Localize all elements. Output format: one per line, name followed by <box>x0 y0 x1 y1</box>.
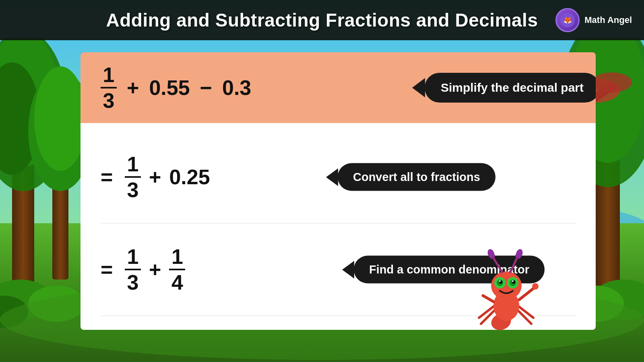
decimal-055: 0.55 <box>149 76 190 100</box>
top-equation: 1 3 + 0.55 − 0.3 <box>101 64 251 111</box>
svg-line-45 <box>510 257 517 272</box>
svg-point-42 <box>512 280 514 282</box>
plus-op-r2: + <box>149 257 161 282</box>
callout-1-container: Simplify the decimal part <box>412 73 596 103</box>
plus-op-1: + <box>127 76 139 100</box>
equation-row-3: = 4 12 + 3 12 = 7 <box>101 327 255 330</box>
callout-arrow-3 <box>342 261 354 278</box>
header-bar: Adding and Subtracting Fractions and Dec… <box>0 0 644 40</box>
frac-den-r2a: 3 <box>127 272 139 293</box>
decimal-025: 0.25 <box>169 165 210 189</box>
frac-den: 3 <box>103 90 115 111</box>
callout-arrow-2 <box>326 168 338 186</box>
svg-line-43 <box>493 257 502 272</box>
minus-op-1: − <box>200 76 212 100</box>
frac-num: 1 <box>103 64 115 85</box>
decimal-03: 0.3 <box>222 76 251 100</box>
frac-num-r2b: 1 <box>171 246 183 267</box>
callout-1: Simplify the decimal part <box>425 73 596 103</box>
ant-svg <box>471 243 541 336</box>
frac-line-r2a <box>125 269 141 270</box>
callout-2-container: Convert all to fractions <box>326 163 495 191</box>
frac-den-r1: 3 <box>127 179 139 200</box>
equals-2: = <box>101 257 117 282</box>
equation-row-1: = 1 3 + 0.25 <box>101 142 210 212</box>
plus-op-r1: + <box>149 165 161 189</box>
fraction-1-3-top: 1 3 <box>101 64 117 111</box>
callout-2: Convert all to fractions <box>338 163 495 191</box>
page-title: Adding and Subtracting Fractions and Dec… <box>106 9 538 31</box>
callout-arrow-1 <box>412 78 425 97</box>
fraction-1-3-row1: 1 3 <box>125 154 141 200</box>
svg-point-41 <box>499 280 501 282</box>
equation-row-1-wrapper: = 1 3 + 0.25 Convert all to fractions <box>101 131 576 223</box>
fraction-1-3-row2: 1 3 <box>125 246 141 293</box>
brand-name: Math Angel <box>584 15 632 25</box>
frac-den-r2b: 4 <box>171 272 183 293</box>
brand-badge: 🦊 Math Angel <box>555 8 632 32</box>
frac-line-r1 <box>125 176 141 178</box>
frac-line <box>101 87 117 88</box>
svg-line-51 <box>483 296 493 302</box>
equals-1: = <box>101 165 117 189</box>
frac-num-r1: 1 <box>127 154 139 175</box>
frac-line-r2b <box>169 269 185 270</box>
equation-row-0: 1 3 + 0.55 − 0.3 Simplify the decimal pa… <box>80 52 596 123</box>
svg-point-17 <box>592 72 632 93</box>
fraction-1-4-row2: 1 4 <box>169 246 185 293</box>
svg-point-10 <box>34 66 87 171</box>
brand-logo: 🦊 <box>555 8 580 32</box>
frac-num-r2a: 1 <box>127 246 139 267</box>
svg-line-49 <box>519 288 535 300</box>
character-ant <box>471 243 541 336</box>
equation-row-2: = 1 3 + 1 4 <box>101 235 185 304</box>
svg-text:🦊: 🦊 <box>563 16 572 25</box>
svg-point-50 <box>532 283 539 290</box>
